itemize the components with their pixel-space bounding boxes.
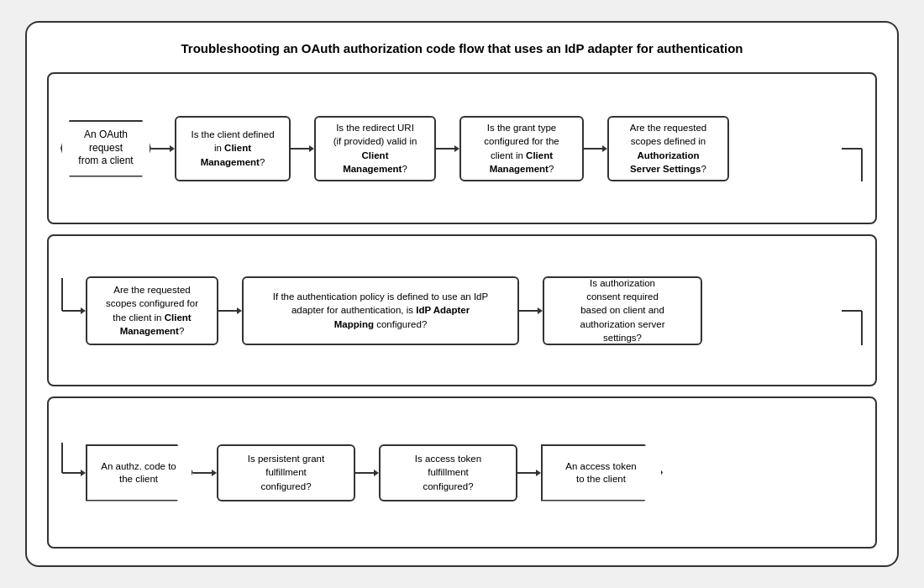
row3-node0: An authz. code tothe client (86, 444, 193, 501)
diagram-container: Troubleshooting an OAuth authorization c… (25, 21, 899, 567)
row2-node3-label: Is authorizationconsent requiredbased on… (580, 276, 665, 344)
row2-node3: Is authorizationconsent requiredbased on… (543, 276, 702, 345)
row3-node2: Is access tokenfulfillmentconfigured? (379, 444, 517, 501)
row2-end-connector (702, 276, 864, 345)
connector-r2-1 (218, 304, 242, 318)
row1-node4: Are the requestedscopes defined inAuthor… (607, 116, 729, 181)
row2-node1: Are the requestedscopes configured forth… (86, 276, 218, 345)
row3-node0-label: An authz. code tothe client (101, 460, 176, 486)
connector-r1-2 (436, 142, 459, 155)
row1-end-connector (729, 116, 864, 181)
connector-r1-1 (291, 142, 314, 155)
svg-marker-27 (536, 470, 541, 476)
row1-node1-label: Is the client definedin ClientManagement… (191, 128, 274, 168)
connector-r2-2 (519, 304, 543, 318)
row3-node2-label: Is access tokenfulfillmentconfigured? (415, 452, 481, 492)
row3-node1: Is persistent grantfulfillmentconfigured… (217, 444, 355, 501)
connector-r1-0 (151, 142, 175, 155)
row1-node0: An OAuth requestfrom a client (60, 120, 151, 177)
row2-start-connector (60, 278, 86, 344)
row2-node2: If the authentication policy is defined … (242, 276, 519, 345)
row3-node1-label: Is persistent grantfulfillmentconfigured… (248, 452, 324, 492)
row1-node2-label: Is the redirect URI(if provided) valid i… (333, 121, 417, 175)
row1-node0-label: An OAuth requestfrom a client (72, 129, 139, 168)
connector-r3-2 (517, 466, 541, 480)
row1-node4-label: Are the requestedscopes defined inAuthor… (630, 121, 706, 175)
row2-node1-label: Are the requestedscopes configured forth… (106, 283, 198, 337)
svg-marker-21 (81, 470, 86, 476)
row2-container: Are the requestedscopes configured forth… (47, 234, 877, 386)
connector-r1-3 (584, 142, 607, 155)
connector-r3-0 (193, 466, 217, 480)
row1-node3: Is the grant typeconfigured for theclien… (459, 116, 584, 181)
row3-node3-label: An access tokento the client (565, 460, 636, 486)
row3-container: An authz. code tothe client Is persisten… (47, 396, 877, 549)
row1-container: An OAuth requestfrom a client Is the cli… (47, 72, 877, 224)
row1-node1: Is the client definedin ClientManagement… (175, 116, 291, 181)
row3-node3: An access tokento the client (541, 444, 663, 501)
row2-node2-label: If the authentication policy is defined … (273, 290, 488, 330)
diagram-title: Troubleshooting an OAuth authorization c… (47, 39, 877, 57)
row3-start-connector (60, 443, 86, 503)
connector-r3-1 (355, 466, 379, 480)
row1-node2: Is the redirect URI(if provided) valid i… (314, 116, 436, 181)
row1-node3-label: Is the grant typeconfigured for theclien… (484, 121, 559, 175)
